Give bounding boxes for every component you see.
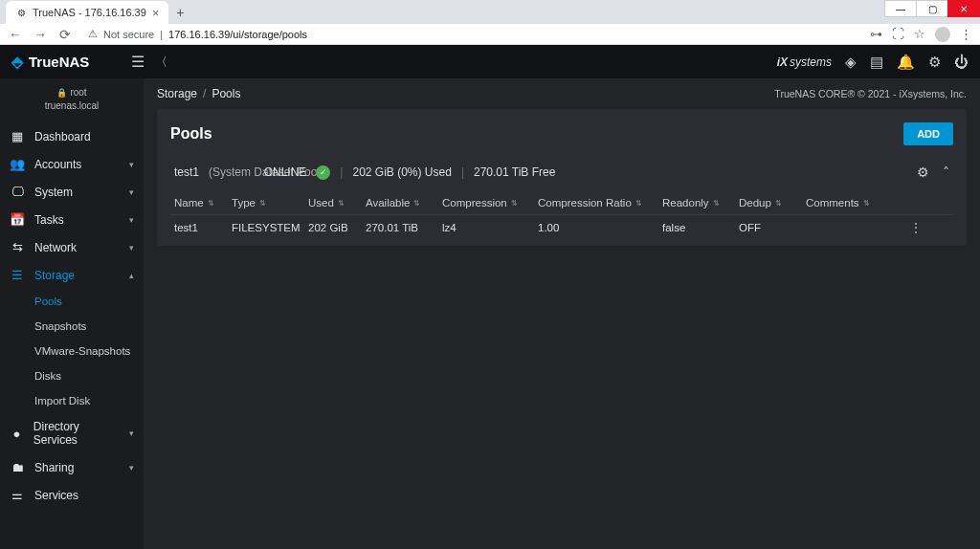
pool-status-row: ONLINE ✓ | 202 GiB (0%) Used | 270.01 Ti… (264, 165, 556, 180)
extension-icon[interactable]: ⛶ (892, 27, 904, 41)
sidebar: 🔒root truenas.local ▦Dashboard 👥Accounts… (0, 78, 144, 549)
storage-icon: ☰ (10, 268, 25, 282)
truecommand-icon[interactable]: ◈ (845, 54, 857, 71)
chevron-down-icon: ▾ (129, 428, 134, 438)
not-secure-icon: ⚠ (88, 28, 98, 40)
panel-title: Pools (170, 125, 212, 143)
sidebar-item-dashboard[interactable]: ▦Dashboard (0, 122, 144, 150)
sidebar-item-sharing[interactable]: 🖿Sharing▾ (0, 453, 144, 481)
crumb-sep: / (203, 87, 206, 100)
row-more-icon[interactable]: ⋮ (902, 221, 930, 234)
add-button[interactable]: ADD (903, 122, 953, 145)
back-button[interactable]: ← (8, 27, 23, 42)
browser-tab[interactable]: ⚙ TrueNAS - 176.16.16.39 × (6, 1, 168, 24)
url-box[interactable]: ⚠ Not secure | 176.16.16.39/ui/storage/p… (82, 28, 860, 40)
menu-kebab-icon[interactable]: ⋮ (960, 27, 972, 41)
col-type[interactable]: Type⇅ (232, 197, 308, 209)
cell-name: test1 (174, 222, 232, 233)
sidebar-item-tasks[interactable]: 📅Tasks▾ (0, 206, 144, 233)
sort-icon: ⇅ (208, 199, 214, 208)
favicon-icon: ⚙ (15, 7, 27, 18)
sidebar-item-accounts[interactable]: 👥Accounts▾ (0, 150, 144, 178)
sort-icon: ⇅ (338, 199, 345, 208)
col-comments[interactable]: Comments⇅ (806, 197, 902, 209)
pool-actions: ⚙ ˄ (917, 165, 949, 180)
pool-used: 202 GiB (0%) Used (352, 165, 451, 179)
table-row[interactable]: test1 FILESYSTEM 202 GiB 270.01 TiB lz4 … (170, 215, 953, 240)
pool-collapse-icon[interactable]: ˄ (943, 165, 949, 180)
settings-icon[interactable]: ⚙ (928, 54, 941, 71)
maximize-button[interactable]: ▢ (916, 0, 948, 17)
reload-button[interactable]: ⟳ (57, 27, 73, 42)
chevron-up-icon: ▴ (129, 271, 134, 280)
sort-icon: ⇅ (413, 199, 420, 208)
sidebar-item-network[interactable]: ⇆Network▾ (0, 233, 144, 261)
crumb-storage[interactable]: Storage (157, 87, 197, 100)
sidebar-sub-snapshots[interactable]: Snapshots (0, 314, 144, 339)
system-icon: 🖵 (10, 185, 25, 199)
sidebar-sub-pools[interactable]: Pools (0, 289, 144, 314)
sort-icon: ⇅ (863, 199, 870, 208)
col-compression[interactable]: Compression⇅ (442, 197, 538, 209)
sort-icon: ⇅ (259, 199, 266, 208)
tasks-icon: 📅 (10, 212, 25, 227)
cell-used: 202 GiB (308, 222, 366, 233)
topbar: ⬘ TrueNAS ☰ 〈 iXiXsystemssystems ◈ ▤ 🔔 ⚙… (0, 45, 980, 78)
cell-available: 270.01 TiB (366, 222, 442, 233)
pool-status: ONLINE (264, 165, 307, 179)
profile-avatar[interactable] (935, 27, 950, 42)
not-secure-label: Not secure (103, 29, 154, 40)
crumb-pools[interactable]: Pools (212, 87, 240, 100)
sidebar-sub-disks[interactable]: Disks (0, 363, 144, 388)
star-icon[interactable]: ☆ (914, 27, 925, 41)
col-available[interactable]: Available⇅ (366, 197, 442, 209)
sort-icon: ⇅ (775, 199, 782, 208)
key-icon[interactable]: ⊶ (870, 27, 882, 41)
browser-right-icons: ⊶ ⛶ ☆ ⋮ (870, 27, 972, 42)
sidebar-sub-vmware[interactable]: VMware-Snapshots (0, 339, 144, 363)
new-tab-button[interactable]: + (168, 1, 191, 24)
minimize-button[interactable]: — (884, 0, 917, 17)
chevron-down-icon: ▾ (129, 463, 134, 472)
chevron-down-icon: ▾ (129, 243, 134, 253)
header-back-icon[interactable]: 〈 (149, 54, 172, 71)
sort-icon: ⇅ (511, 199, 518, 208)
table-header: Name⇅ Type⇅ Used⇅ Available⇅ Compression… (170, 191, 953, 215)
logo[interactable]: ⬘ TrueNAS (11, 53, 126, 71)
cell-compression: lz4 (442, 222, 538, 233)
ixsystems-logo[interactable]: iXiXsystemssystems (777, 55, 832, 69)
sidebar-item-system[interactable]: 🖵System▾ (0, 178, 144, 206)
tab-close-icon[interactable]: × (152, 6, 160, 20)
tab-title: TrueNAS - 176.16.16.39 (33, 7, 146, 18)
sidebar-item-storage[interactable]: ☰Storage▴ (0, 261, 144, 289)
logo-mark-icon: ⬘ (11, 53, 23, 71)
dataset-table: Name⇅ Type⇅ Used⇅ Available⇅ Compression… (170, 191, 953, 240)
sharing-icon: 🖿 (10, 460, 25, 474)
sidebar-item-dirsvc[interactable]: ●Directory Services▾ (0, 413, 144, 453)
user-name: root (70, 87, 86, 98)
sidebar-sub-import[interactable]: Import Disk (0, 388, 144, 413)
pool-settings-icon[interactable]: ⚙ (917, 165, 929, 180)
col-ratio[interactable]: Compression Ratio⇅ (538, 197, 662, 209)
network-icon: ⇆ (10, 240, 25, 254)
main: Storage / Pools TrueNAS CORE® © 2021 - i… (144, 78, 980, 549)
col-used[interactable]: Used⇅ (308, 197, 366, 209)
col-name[interactable]: Name⇅ (174, 197, 232, 209)
services-icon: ⚌ (10, 488, 25, 502)
panel-head: Pools ADD (170, 122, 953, 145)
col-readonly[interactable]: Readonly⇅ (662, 197, 739, 209)
sort-icon: ⇅ (635, 199, 642, 208)
close-window-button[interactable]: ✕ (947, 0, 980, 17)
alerts-icon[interactable]: 🔔 (897, 54, 915, 71)
window-controls: — ▢ ✕ (885, 0, 980, 17)
sort-icon: ⇅ (713, 199, 720, 208)
power-icon[interactable]: ⏻ (954, 54, 969, 70)
logo-text: TrueNAS (29, 54, 89, 70)
sidebar-item-services[interactable]: ⚌Services (0, 481, 144, 509)
pools-panel: Pools ADD test1 (System Dataset Pool) ON… (157, 109, 967, 246)
hamburger-icon[interactable]: ☰ (126, 53, 149, 71)
forward-button[interactable]: → (33, 27, 48, 42)
col-dedup[interactable]: Dedup⇅ (739, 197, 806, 209)
clipboard-icon[interactable]: ▤ (870, 54, 883, 71)
cell-ratio: 1.00 (538, 222, 662, 233)
